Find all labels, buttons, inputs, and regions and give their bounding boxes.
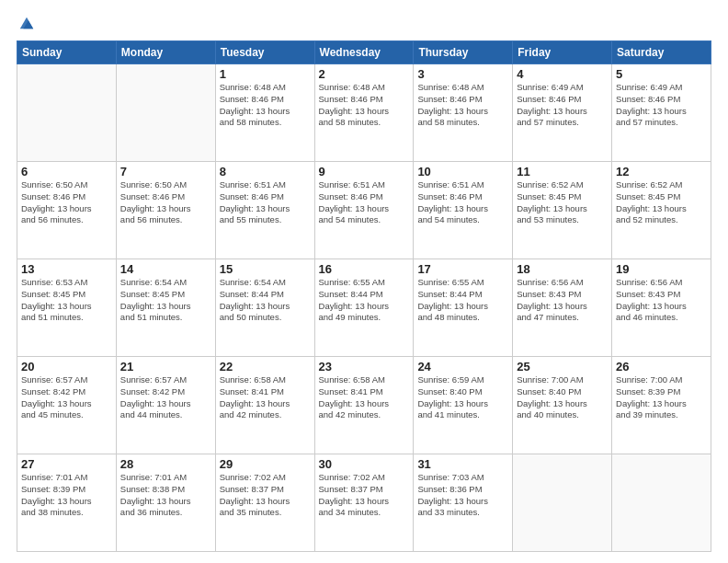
- calendar-cell: 21Sunrise: 6:57 AM Sunset: 8:42 PM Dayli…: [116, 357, 215, 454]
- day-info: Sunrise: 7:00 AM Sunset: 8:39 PM Dayligh…: [616, 374, 707, 421]
- day-info: Sunrise: 6:58 AM Sunset: 8:41 PM Dayligh…: [319, 374, 410, 421]
- calendar-cell: 29Sunrise: 7:02 AM Sunset: 8:37 PM Dayli…: [215, 454, 314, 552]
- calendar-cell: 25Sunrise: 7:00 AM Sunset: 8:40 PM Dayli…: [513, 357, 612, 454]
- day-number: 22: [220, 360, 311, 373]
- calendar-cell: 5Sunrise: 6:49 AM Sunset: 8:46 PM Daylig…: [612, 64, 711, 162]
- day-number: 4: [517, 67, 608, 81]
- day-info: Sunrise: 7:03 AM Sunset: 8:36 PM Dayligh…: [417, 472, 508, 519]
- calendar-header-row: SundayMondayTuesdayWednesdayThursdayFrid…: [17, 41, 711, 64]
- day-number: 18: [517, 262, 608, 276]
- calendar-cell: 4Sunrise: 6:49 AM Sunset: 8:46 PM Daylig…: [513, 64, 612, 162]
- calendar-col-header: Wednesday: [314, 41, 414, 64]
- calendar-cell: 19Sunrise: 6:56 AM Sunset: 8:43 PM Dayli…: [612, 259, 711, 357]
- day-info: Sunrise: 6:49 AM Sunset: 8:46 PM Dayligh…: [517, 82, 608, 129]
- calendar-cell: 2Sunrise: 6:48 AM Sunset: 8:46 PM Daylig…: [314, 64, 414, 162]
- day-number: 11: [517, 165, 608, 178]
- calendar-week-row: 6Sunrise: 6:50 AM Sunset: 8:46 PM Daylig…: [17, 162, 711, 259]
- day-info: Sunrise: 6:51 AM Sunset: 8:46 PM Dayligh…: [319, 179, 410, 226]
- calendar-cell: 14Sunrise: 6:54 AM Sunset: 8:45 PM Dayli…: [116, 259, 215, 357]
- day-info: Sunrise: 6:52 AM Sunset: 8:45 PM Dayligh…: [616, 179, 707, 226]
- day-info: Sunrise: 6:50 AM Sunset: 8:46 PM Dayligh…: [21, 179, 112, 226]
- day-info: Sunrise: 6:55 AM Sunset: 8:44 PM Dayligh…: [417, 277, 508, 324]
- calendar-cell: 18Sunrise: 6:56 AM Sunset: 8:43 PM Dayli…: [513, 259, 612, 357]
- day-number: 2: [319, 67, 410, 81]
- calendar-cell: 26Sunrise: 7:00 AM Sunset: 8:39 PM Dayli…: [612, 357, 711, 454]
- day-number: 7: [120, 165, 211, 178]
- calendar-week-row: 1Sunrise: 6:48 AM Sunset: 8:46 PM Daylig…: [17, 64, 711, 162]
- day-number: 1: [220, 67, 311, 81]
- day-number: 19: [616, 262, 707, 276]
- calendar-cell: 31Sunrise: 7:03 AM Sunset: 8:36 PM Dayli…: [414, 454, 513, 552]
- calendar-cell: 12Sunrise: 6:52 AM Sunset: 8:45 PM Dayli…: [612, 162, 711, 259]
- calendar-cell: [513, 454, 612, 552]
- day-number: 28: [120, 457, 211, 471]
- calendar-cell: 6Sunrise: 6:50 AM Sunset: 8:46 PM Daylig…: [17, 162, 117, 259]
- day-number: 25: [517, 360, 608, 373]
- day-number: 15: [220, 262, 311, 276]
- calendar-cell: 16Sunrise: 6:55 AM Sunset: 8:44 PM Dayli…: [314, 259, 414, 357]
- day-info: Sunrise: 7:01 AM Sunset: 8:39 PM Dayligh…: [21, 472, 112, 519]
- day-number: 8: [220, 165, 311, 178]
- calendar-cell: [116, 64, 215, 162]
- day-info: Sunrise: 6:54 AM Sunset: 8:45 PM Dayligh…: [120, 277, 211, 324]
- day-number: 6: [21, 165, 112, 178]
- day-info: Sunrise: 6:58 AM Sunset: 8:41 PM Dayligh…: [220, 374, 311, 421]
- day-number: 20: [21, 360, 112, 373]
- day-info: Sunrise: 6:49 AM Sunset: 8:46 PM Dayligh…: [616, 82, 707, 129]
- day-info: Sunrise: 7:00 AM Sunset: 8:40 PM Dayligh…: [517, 374, 608, 421]
- day-number: 9: [319, 165, 410, 178]
- calendar-cell: 20Sunrise: 6:57 AM Sunset: 8:42 PM Dayli…: [17, 357, 117, 454]
- calendar-cell: 1Sunrise: 6:48 AM Sunset: 8:46 PM Daylig…: [215, 64, 314, 162]
- calendar-cell: 27Sunrise: 7:01 AM Sunset: 8:39 PM Dayli…: [17, 454, 117, 552]
- day-number: 26: [616, 360, 707, 373]
- calendar-col-header: Tuesday: [215, 41, 314, 64]
- day-info: Sunrise: 7:02 AM Sunset: 8:37 PM Dayligh…: [220, 472, 311, 519]
- calendar-cell: 28Sunrise: 7:01 AM Sunset: 8:38 PM Dayli…: [116, 454, 215, 552]
- calendar-cell: 22Sunrise: 6:58 AM Sunset: 8:41 PM Dayli…: [215, 357, 314, 454]
- calendar-cell: 23Sunrise: 6:58 AM Sunset: 8:41 PM Dayli…: [314, 357, 414, 454]
- day-number: 5: [616, 67, 707, 81]
- calendar-cell: 15Sunrise: 6:54 AM Sunset: 8:44 PM Dayli…: [215, 259, 314, 357]
- day-info: Sunrise: 6:48 AM Sunset: 8:46 PM Dayligh…: [417, 82, 508, 129]
- day-number: 3: [417, 67, 508, 81]
- calendar-col-header: Friday: [513, 41, 612, 64]
- day-number: 21: [120, 360, 211, 373]
- logo-icon: [18, 15, 35, 31]
- day-info: Sunrise: 6:59 AM Sunset: 8:40 PM Dayligh…: [417, 374, 508, 421]
- day-number: 13: [21, 262, 112, 276]
- day-info: Sunrise: 6:50 AM Sunset: 8:46 PM Dayligh…: [120, 179, 211, 226]
- logo: [17, 17, 35, 31]
- calendar-col-header: Saturday: [612, 41, 711, 64]
- day-info: Sunrise: 6:51 AM Sunset: 8:46 PM Dayligh…: [417, 179, 508, 226]
- calendar-col-header: Monday: [116, 41, 215, 64]
- calendar-col-header: Sunday: [17, 41, 117, 64]
- day-number: 30: [319, 457, 410, 471]
- day-info: Sunrise: 7:02 AM Sunset: 8:37 PM Dayligh…: [319, 472, 410, 519]
- calendar-cell: 30Sunrise: 7:02 AM Sunset: 8:37 PM Dayli…: [314, 454, 414, 552]
- day-info: Sunrise: 6:52 AM Sunset: 8:45 PM Dayligh…: [517, 179, 608, 226]
- calendar-cell: 9Sunrise: 6:51 AM Sunset: 8:46 PM Daylig…: [314, 162, 414, 259]
- day-info: Sunrise: 6:55 AM Sunset: 8:44 PM Dayligh…: [319, 277, 410, 324]
- day-number: 16: [319, 262, 410, 276]
- calendar-cell: [612, 454, 711, 552]
- day-info: Sunrise: 6:57 AM Sunset: 8:42 PM Dayligh…: [120, 374, 211, 421]
- day-number: 17: [417, 262, 508, 276]
- day-number: 23: [319, 360, 410, 373]
- calendar-cell: 17Sunrise: 6:55 AM Sunset: 8:44 PM Dayli…: [414, 259, 513, 357]
- day-number: 10: [417, 165, 508, 178]
- page-header: [17, 17, 711, 31]
- calendar-week-row: 13Sunrise: 6:53 AM Sunset: 8:45 PM Dayli…: [17, 259, 711, 357]
- day-number: 31: [417, 457, 508, 471]
- day-info: Sunrise: 6:48 AM Sunset: 8:46 PM Dayligh…: [220, 82, 311, 129]
- calendar-cell: 11Sunrise: 6:52 AM Sunset: 8:45 PM Dayli…: [513, 162, 612, 259]
- calendar-week-row: 20Sunrise: 6:57 AM Sunset: 8:42 PM Dayli…: [17, 357, 711, 454]
- day-number: 29: [220, 457, 311, 471]
- calendar-cell: 7Sunrise: 6:50 AM Sunset: 8:46 PM Daylig…: [116, 162, 215, 259]
- calendar-cell: 24Sunrise: 6:59 AM Sunset: 8:40 PM Dayli…: [414, 357, 513, 454]
- day-info: Sunrise: 6:48 AM Sunset: 8:46 PM Dayligh…: [319, 82, 410, 129]
- day-number: 27: [21, 457, 112, 471]
- calendar-week-row: 27Sunrise: 7:01 AM Sunset: 8:39 PM Dayli…: [17, 454, 711, 552]
- day-info: Sunrise: 6:54 AM Sunset: 8:44 PM Dayligh…: [220, 277, 311, 324]
- calendar-cell: 3Sunrise: 6:48 AM Sunset: 8:46 PM Daylig…: [414, 64, 513, 162]
- calendar-cell: 8Sunrise: 6:51 AM Sunset: 8:46 PM Daylig…: [215, 162, 314, 259]
